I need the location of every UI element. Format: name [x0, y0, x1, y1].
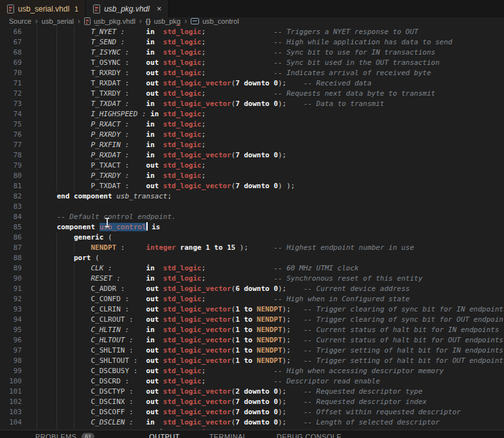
indent-guide — [37, 202, 37, 212]
line-number: 84 — [0, 212, 22, 222]
code-line[interactable]: 95 C_HLTIN : in std_logic_vector(1 to NE… — [0, 325, 504, 335]
code-line[interactable]: 77 P_RXFIN : in std_logic; — [0, 140, 504, 150]
line-number: 81 — [0, 181, 22, 191]
breadcrumb-item-usb-pkg[interactable]: usb_pkg — [154, 17, 181, 25]
line-number: 78 — [0, 150, 22, 161]
code-line[interactable]: 99 C_DSCBUSY : out std_logic; -- High wh… — [0, 366, 504, 376]
code-line[interactable]: 75 P_RXACT : in std_logic; — [0, 119, 504, 130]
indent-guide — [37, 27, 37, 37]
indent-guide — [37, 274, 37, 284]
code-line[interactable]: 101 C_DSCTYP : out std_logic_vector(2 do… — [0, 387, 504, 397]
indent-guide — [37, 335, 37, 346]
code-line[interactable]: 86 generic ( — [0, 232, 504, 243]
code-line[interactable]: 73 T_TXDAT : in std_logic_vector(7 downt… — [0, 99, 504, 109]
editor-tab-bar: usb_serial.vhdl 1 usb_pkg.vhdl × — [0, 0, 504, 17]
line-number: 86 — [0, 232, 22, 243]
code-line[interactable]: 84 -- Default control endpoint. — [0, 212, 504, 222]
line-number: 73 — [0, 99, 22, 109]
code-line[interactable]: 96 C_HLTOUT : in std_logic_vector(1 to N… — [0, 335, 504, 346]
code-line[interactable]: 79 P_TXACT : out std_logic; — [0, 161, 504, 171]
line-number: 91 — [0, 284, 22, 294]
code-line[interactable]: 85 component usb_control is — [0, 222, 504, 232]
code-line[interactable]: 87 NENDPT : integer range 1 to 15 ); -- … — [0, 243, 504, 253]
line-number: 96 — [0, 335, 22, 346]
panel-tab-terminal[interactable]: TERMINAL — [209, 433, 247, 438]
chevron-right-icon: › — [78, 18, 80, 24]
indent-guide — [37, 161, 37, 171]
code-line[interactable]: 91 C_ADDR : out std_logic_vector(6 downt… — [0, 284, 504, 294]
code-line[interactable]: 70 T_RXRDY : out std_logic; -- Indicates… — [0, 68, 504, 78]
code-line[interactable]: 81 P_TXDAT : out std_logic_vector(7 down… — [0, 181, 504, 191]
code-line[interactable]: 83 — [0, 202, 504, 212]
line-number: 89 — [0, 263, 22, 274]
code-line[interactable]: 102 C_DSCINX : out std_logic_vector(7 do… — [0, 397, 504, 407]
line-number: 74 — [0, 109, 22, 119]
code-editor[interactable]: 65 T_NAK : in std_logic; -- Triggers a N… — [0, 25, 504, 430]
indent-guide — [37, 387, 37, 397]
code-line[interactable]: 72 T_TXRDY : out std_logic; -- Requests … — [0, 89, 504, 99]
vhdl-file-icon — [7, 4, 14, 13]
indent-guide — [37, 253, 37, 263]
indent-guide — [37, 181, 37, 191]
breadcrumb-item-source[interactable]: Source — [9, 17, 31, 25]
tab-usb-pkg[interactable]: usb_pkg.vhdl × — [86, 0, 169, 17]
code-line[interactable]: 67 T_SEND : in std_logic; -- High while … — [0, 37, 504, 48]
line-number: 68 — [0, 48, 22, 58]
tab-modified-badge: 1 — [74, 5, 78, 13]
line-number: 87 — [0, 243, 22, 253]
indent-guide — [37, 68, 37, 78]
line-number: 82 — [0, 191, 22, 202]
code-line[interactable]: 103 C_DSCOFF : out std_logic_vector(7 do… — [0, 407, 504, 417]
code-line[interactable]: 92 C_CONFD : out std_logic; -- High when… — [0, 294, 504, 304]
line-number: 99 — [0, 366, 22, 376]
line-number: 75 — [0, 119, 22, 130]
panel-tab-output[interactable]: OUTPUT — [149, 433, 180, 438]
selected-word: usb_control — [100, 223, 146, 231]
breadcrumb-item-usb-pkg-file[interactable]: usb_pkg.vhdl — [94, 17, 135, 25]
problems-count-badge: 61 — [82, 433, 94, 438]
line-number: 88 — [0, 253, 22, 263]
code-line[interactable]: 104 C_DSCLEN : in std_logic_vector(7 dow… — [0, 417, 504, 428]
code-line[interactable]: 74 I_HIGHSPEED : in std_logic; — [0, 109, 504, 119]
vhdl-file-icon — [93, 4, 100, 13]
code-line[interactable]: 100 C_DSCRD : out std_logic; -- Descript… — [0, 376, 504, 387]
indent-guide — [37, 130, 37, 140]
indent-guide — [37, 315, 37, 325]
line-number: 90 — [0, 274, 22, 284]
line-number: 69 — [0, 58, 22, 68]
code-line[interactable]: 71 T_RXDAT : out std_logic_vector(7 down… — [0, 78, 504, 89]
indent-guide — [37, 284, 37, 294]
code-line[interactable]: 82 end component usb_transact; — [0, 191, 504, 202]
code-line[interactable]: 66 T_NYET : in std_logic; -- Triggers a … — [0, 27, 504, 37]
tab-usb-serial[interactable]: usb_serial.vhdl 1 — [0, 0, 86, 17]
code-line[interactable]: 90 RESET : in std_logic; -- Synchronous … — [0, 274, 504, 284]
panel-tab-debug-console[interactable]: DEBUG CONSOLE — [277, 433, 342, 438]
indent-guide — [37, 109, 37, 119]
namespace-icon: {} — [146, 18, 151, 25]
code-line[interactable]: 68 T_ISYNC : in std_logic; -- Sync bit t… — [0, 48, 504, 58]
line-number: 70 — [0, 68, 22, 78]
code-line[interactable]: 94 C_CLROUT : out std_logic_vector(1 to … — [0, 315, 504, 325]
line-number: 66 — [0, 27, 22, 37]
code-line[interactable]: 76 P_RXRDY : in std_logic; — [0, 130, 504, 140]
code-line[interactable]: 88 port ( — [0, 253, 504, 263]
line-number: 83 — [0, 202, 22, 212]
panel-tab-problems[interactable]: PROBLEMS — [35, 433, 76, 438]
indent-guide — [37, 263, 37, 274]
code-line[interactable]: 89 CLK : in std_logic; -- 60 MHz UTMI cl… — [0, 263, 504, 274]
breadcrumb-item-usb-control[interactable]: usb_control — [202, 17, 239, 25]
code-line[interactable]: 78 P_RXDAT : in std_logic_vector(7 downt… — [0, 150, 504, 161]
tab-label: usb_serial.vhdl — [18, 4, 69, 13]
code-line[interactable]: 93 C_CLRIN : out std_logic_vector(1 to N… — [0, 304, 504, 315]
indent-guide — [37, 37, 37, 48]
breadcrumb-item-usb-serial[interactable]: usb_serial — [42, 17, 74, 25]
code-line[interactable]: 69 T_OSYNC : out std_logic; -- Sync bit … — [0, 58, 504, 68]
line-number: 104 — [0, 417, 22, 428]
line-number: 94 — [0, 315, 22, 325]
bottom-panel-bar: PROBLEMS 61 OUTPUT TERMINAL DEBUG CONSOL… — [0, 430, 504, 438]
close-icon[interactable]: × — [157, 6, 162, 12]
code-line[interactable]: 80 P_TXRDY : in std_logic; — [0, 171, 504, 181]
code-line[interactable]: 98 C_SHLTOUT : out std_logic_vector(1 to… — [0, 356, 504, 366]
indent-guide — [37, 150, 37, 161]
code-line[interactable]: 97 C_SHLTIN : out std_logic_vector(1 to … — [0, 346, 504, 356]
